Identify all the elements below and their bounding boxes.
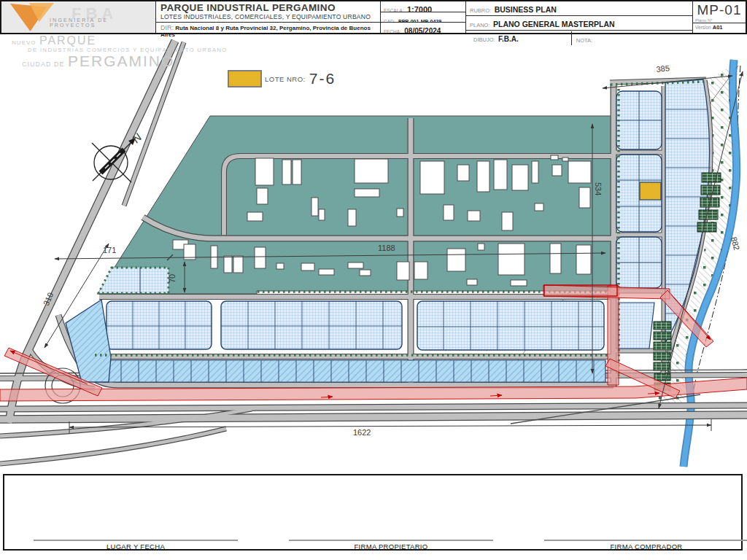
dim-385: 385 <box>656 63 670 74</box>
plano-label: PLANO: <box>470 22 490 28</box>
highlighted-lot-7-6 <box>640 182 661 200</box>
wm-nuevo: NUEVO <box>12 39 36 46</box>
dim-882: 882 <box>729 236 741 252</box>
lot-color-swatch <box>228 70 262 88</box>
project-title: PARQUE INDUSTRIAL PERGAMINO <box>160 2 380 13</box>
project-title-cell: PARQUE INDUSTRIAL PERGAMINO LOTES INDUST… <box>155 1 380 33</box>
dir-label: DIR: <box>160 24 174 31</box>
version-value: A01 <box>713 24 723 31</box>
fecha-value: 08/05/2024 <box>404 27 441 33</box>
lot-legend-label: LOTE NRO: <box>265 75 306 83</box>
plano-value: PLANO GENERAL MASTERPLAN <box>493 20 615 28</box>
logo-panel: FBA INGENIERÍA DE PROYECTOS <box>1 1 155 33</box>
wm-ciudad-de: CIUDAD DE <box>22 61 65 68</box>
corner-lot <box>66 300 111 382</box>
nota-label: NOTA: <box>576 37 592 44</box>
masterplan-sheet: { "title_block": { "logo": { "company": … <box>0 0 747 560</box>
wm-pergamino: PERGAMINO <box>68 52 174 69</box>
sheet-number-cell: MP-01 Plano N° Version A01 <box>692 1 746 33</box>
dim-171: 171 <box>103 246 116 254</box>
wm-parque: PARQUE <box>39 34 96 47</box>
rubro-label: RUBRO: <box>470 7 491 14</box>
title-block: FBA INGENIERÍA DE PROYECTOS PARQUE INDUS… <box>0 0 747 34</box>
masterplan-drawing: 385 534 882 171 1188 70 310 1622 N <box>0 0 747 560</box>
project-watermark: NUEVO PARQUE DE INDUSTRIAS COMERCIOS Y E… <box>12 35 228 69</box>
sheet-code: MP-01 <box>693 1 746 18</box>
fecha-label: FECHA: <box>384 29 401 33</box>
dim-1188: 1188 <box>378 244 395 252</box>
rubro-value: BUSINESS PLAN <box>495 5 557 14</box>
dim-70: 70 <box>168 274 177 283</box>
version-label: Version <box>695 25 711 30</box>
logo-tagline: INGENIERÍA DE PROYECTOS <box>50 18 155 28</box>
dibujo-label: DIBUJO: <box>473 36 495 43</box>
lot-legend: LOTE NRO: 7-6 <box>228 70 336 88</box>
rubro-plano-cell: RUBRO: BUSINESS PLAN PLANO: PLANO GENERA… <box>465 1 692 33</box>
dim-1622: 1622 <box>353 428 371 437</box>
dim-534: 534 <box>594 182 603 195</box>
scale-cad-date-cell: ESCALA: 1:7000 CAD: PPR-001-MP-0429 FECH… <box>380 1 465 33</box>
project-subtitle: LOTES INDUSTRIALES, COMERCIALES, Y EQUIP… <box>160 13 380 20</box>
escala-value: 1:7000 <box>407 5 432 12</box>
lot-legend-value: 7-6 <box>309 70 336 88</box>
dibujo-value: F.B.A. <box>498 35 519 43</box>
